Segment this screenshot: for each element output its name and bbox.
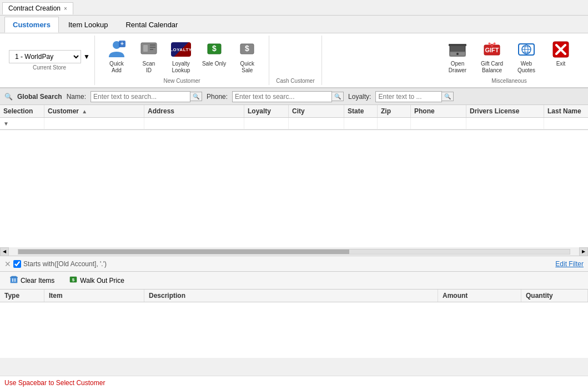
exit-label: Exit (556, 61, 566, 67)
scroll-thumb[interactable] (18, 250, 349, 254)
tab-rental-calendar[interactable]: Rental Calendar (117, 17, 186, 33)
title-tab: Contract Creation × (2, 2, 73, 14)
status-bar: Use Spacebar to Select Customer (0, 376, 588, 389)
scroll-track[interactable] (18, 249, 570, 255)
loyalty-lookup-icon: LOYALTY (170, 38, 192, 61)
filter-checkbox[interactable] (13, 260, 21, 268)
open-drawer-icon (446, 38, 469, 61)
svg-point-14 (456, 53, 459, 55)
table-filter-row: ▼ (0, 118, 588, 129)
sale-only-label: Sale Only (202, 61, 226, 67)
misc-group: OpenDrawer GIFT Gift CardBalance (435, 36, 584, 85)
svg-text:$: $ (72, 277, 75, 282)
global-search-icon: 🔍 (4, 93, 13, 101)
th-customer[interactable]: Customer ▲ (44, 105, 144, 117)
loyalty-search-label: Loyalty: (348, 93, 371, 101)
items-table-header: Type Item Description Amount Quantity (0, 290, 588, 302)
tab-customers[interactable]: Customers (4, 17, 59, 33)
loyalty-search-input[interactable] (375, 91, 442, 102)
title-bar: Contract Creation × (0, 0, 588, 16)
filter-text: Starts with([Old Account], '.') (23, 260, 107, 268)
name-search-button[interactable]: 🔍 (190, 92, 202, 101)
filter-edit-link[interactable]: Edit Filter (555, 260, 584, 268)
customer-table: Selection Customer ▲ Address Loyalty Cit… (0, 105, 588, 130)
web-quotes-button[interactable]: WebQuotes (510, 36, 542, 77)
items-th-type: Type (0, 290, 44, 302)
svg-text:+: + (120, 41, 124, 47)
tab-item-lookup[interactable]: Item Lookup (60, 17, 117, 33)
clear-items-icon (9, 275, 18, 286)
walk-out-price-button[interactable]: $ Walk Out Price (64, 273, 129, 288)
store-dropdown[interactable]: 1 - WorldPay (9, 50, 81, 63)
scan-id-label: ScanID (142, 61, 155, 74)
new-customer-buttons: + QuickAdd (102, 36, 262, 77)
search-bar: 🔍 Global Search Name: 🔍 Phone: 🔍 Loyalty… (0, 88, 588, 105)
title-tab-label: Contract Creation (8, 4, 61, 12)
open-drawer-button[interactable]: OpenDrawer (441, 36, 474, 77)
svg-text:GIFT: GIFT (485, 47, 499, 53)
th-drivers-license: Drivers License (466, 105, 544, 117)
items-th-quantity: Quantity (521, 290, 588, 302)
svg-rect-4 (143, 45, 148, 52)
store-label: Current Store (9, 64, 90, 71)
filter-cell-selection: ▼ (0, 118, 44, 129)
items-data-area (0, 302, 588, 358)
clear-items-button[interactable]: Clear Items (4, 273, 59, 288)
ribbon-tabs: Customers Item Lookup Rental Calendar (0, 16, 588, 33)
filter-cell-drivers-license (466, 118, 544, 129)
gift-card-balance-icon: GIFT (481, 38, 503, 61)
th-zip: Zip (378, 105, 411, 117)
new-customer-label: New Customer (164, 78, 200, 85)
items-th-item: Item (44, 290, 144, 302)
title-tab-close[interactable]: × (64, 6, 67, 12)
loyalty-lookup-button[interactable]: LOYALTY LoyaltyLookup (166, 36, 196, 77)
items-th-amount: Amount (438, 290, 521, 302)
loyalty-search-button[interactable]: 🔍 (442, 92, 454, 101)
new-customer-group: + QuickAdd (95, 36, 269, 85)
filter-clear-icon[interactable]: ✕ (4, 260, 11, 268)
scroll-right-arrow[interactable]: ▶ (579, 247, 588, 256)
scroll-left-arrow[interactable]: ◀ (0, 247, 9, 256)
quick-sale-label: QuickSale (240, 61, 254, 74)
svg-rect-15 (449, 44, 466, 46)
clear-items-label: Clear Items (21, 277, 54, 285)
web-quotes-label: WebQuotes (517, 61, 535, 74)
quick-add-button[interactable]: + QuickAdd (102, 36, 132, 77)
global-search-label: Global Search (17, 93, 62, 101)
quick-sale-button[interactable]: $ QuickSale (232, 36, 262, 77)
horizontal-scrollbar[interactable]: ◀ ▶ (0, 247, 588, 256)
customer-sort-icon: ▲ (82, 108, 87, 114)
cash-customer-label: Cash Customer (276, 78, 314, 85)
filter-bar-left: ✕ Starts with([Old Account], '.') (4, 260, 107, 268)
filter-cell-state (344, 118, 378, 129)
filter-cell-zip (378, 118, 411, 129)
misc-label: Miscellaneous (491, 78, 526, 85)
name-search-input[interactable] (91, 91, 190, 102)
phone-search-input[interactable] (232, 91, 332, 102)
main-content: Customers Item Lookup Rental Calendar 1 … (0, 16, 588, 358)
ribbon: 1 - WorldPay ▼ Current Store + (0, 33, 588, 88)
scan-id-button[interactable]: ScanID (134, 36, 164, 77)
store-selector: 1 - WorldPay ▼ (9, 50, 90, 63)
th-phone: Phone (411, 105, 466, 117)
gift-card-balance-label: Gift CardBalance (481, 61, 503, 74)
loyalty-lookup-label: LoyaltyLookup (172, 61, 190, 74)
phone-search-button[interactable]: 🔍 (332, 92, 344, 101)
table-header-row: Selection Customer ▲ Address Loyalty Cit… (0, 105, 588, 118)
exit-button[interactable]: Exit (545, 36, 577, 70)
gift-card-balance-button[interactable]: GIFT Gift CardBalance (476, 36, 508, 77)
ribbon-spacer (322, 36, 435, 85)
sale-only-button[interactable]: $ Sale Only (198, 36, 230, 70)
dropdown-arrow-icon: ▼ (83, 53, 90, 61)
filter-icon: ▼ (3, 121, 9, 127)
th-city: City (289, 105, 344, 117)
filter-cell-city (289, 118, 344, 129)
bottom-toolbar: Clear Items $ Walk Out Price (0, 272, 588, 290)
exit-icon (550, 38, 572, 61)
quick-sale-icon: $ (236, 38, 258, 61)
name-search-label: Name: (67, 93, 86, 101)
open-drawer-label: OpenDrawer (449, 61, 466, 74)
misc-buttons: OpenDrawer GIFT Gift CardBalance (441, 36, 577, 77)
phone-search-field-wrapper: 🔍 (232, 91, 344, 102)
th-address: Address (144, 105, 244, 117)
